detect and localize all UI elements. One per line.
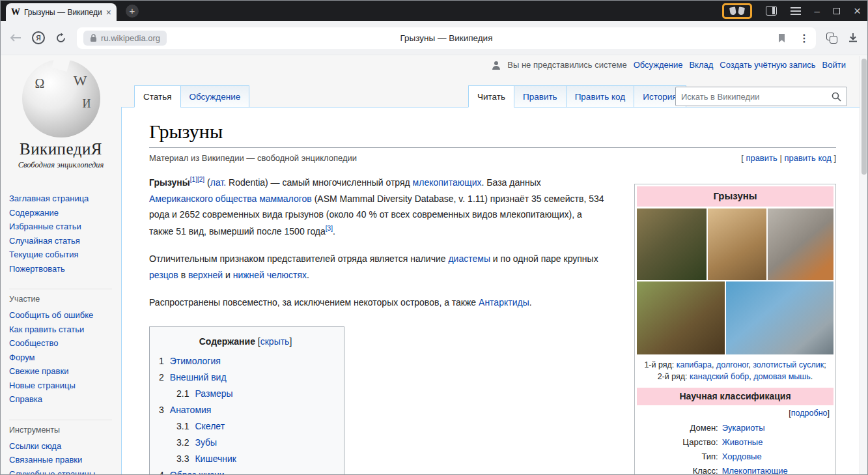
toc-link[interactable]: Размеры — [195, 388, 232, 399]
site-host-chip[interactable]: ru.wikipedia.org — [83, 31, 167, 46]
shared-tabs-icon[interactable] — [826, 33, 837, 44]
sidebar-item-forum[interactable]: Форум — [9, 351, 112, 365]
tab-edit[interactable]: Править — [514, 85, 567, 108]
new-tab-button[interactable]: + — [126, 5, 139, 18]
personal-link-talk[interactable]: Обсуждение — [634, 60, 683, 70]
tab-discussion[interactable]: Обсуждение — [180, 85, 250, 108]
sidebar-participation: Участие Сообщить об ошибке Как править с… — [9, 289, 112, 407]
close-button[interactable]: × — [854, 5, 861, 17]
toc-item: 1Этимология — [159, 353, 332, 369]
wikipedia-logo[interactable]: Ω W И — [22, 59, 100, 137]
download-icon[interactable] — [848, 33, 858, 43]
tab-title: Грызуны — Википедия — [24, 8, 102, 17]
page-title: Грызуны — [149, 121, 836, 148]
sidebar-nav: Заглавная страница Содержание Избранные … — [9, 192, 121, 276]
house-mouse-image[interactable] — [726, 281, 833, 354]
classification-details-link[interactable]: [подробно] — [637, 405, 833, 420]
taxo-label: Домен: — [680, 421, 720, 435]
personal-link-contributions[interactable]: Вклад — [689, 60, 713, 70]
section-edit-links[interactable]: [ править | править код ] — [741, 153, 836, 163]
back-icon[interactable] — [10, 33, 21, 42]
highlight-box — [722, 3, 752, 19]
springhare-image[interactable] — [708, 209, 766, 280]
sidebar-item-contents[interactable]: Содержание — [9, 206, 121, 220]
sidebar-item-donate[interactable]: Пожертвовать — [9, 262, 121, 276]
side-panel-icon[interactable] — [766, 6, 777, 16]
taxobox-image-collage — [637, 209, 833, 354]
personal-link-create-account[interactable]: Создать учётную запись — [720, 60, 815, 70]
taxo-value[interactable]: Хордовые — [722, 452, 762, 461]
maximize-button[interactable] — [833, 8, 840, 14]
sidebar-item-help[interactable]: Справка — [9, 392, 112, 407]
tab-article[interactable]: Статья — [134, 85, 181, 108]
toc-link[interactable]: Кишечник — [195, 453, 236, 464]
hamburger-menu-icon[interactable] — [791, 7, 801, 15]
toc-link[interactable]: Этимология — [170, 356, 221, 366]
toc-item: 4Образ жизни — [159, 467, 332, 474]
sidebar-item-what-links-here[interactable]: Ссылки сюда — [9, 439, 112, 453]
maximize-icon — [833, 8, 840, 14]
sidebar-item-current-events[interactable]: Текущие события — [9, 248, 121, 262]
scrollbar-thumb[interactable] — [861, 59, 867, 175]
toc-link[interactable]: Зубы — [195, 437, 217, 448]
tab-close-icon[interactable]: × — [106, 7, 111, 18]
sidebar-item-main-page[interactable]: Заглавная страница — [9, 192, 121, 206]
table-row: Тип: Хордовые — [680, 450, 789, 464]
taxo-value[interactable]: Млекопитающие — [722, 466, 788, 474]
yandex-home-icon[interactable]: Я — [32, 31, 45, 44]
golden-ground-squirrel-image[interactable] — [768, 209, 833, 280]
sidebar-item-community[interactable]: Сообщество — [9, 336, 112, 351]
classification-header: Научная классификация — [637, 388, 833, 405]
browser-toolbar: Я ru.wikipedia.org Грызуны — Википедия ⋮ — [1, 21, 867, 55]
wikipedia-wordmark[interactable]: ВикипедиЯ — [1, 140, 121, 158]
toc-item: 3.3Кишечник — [176, 451, 332, 467]
search-input[interactable] — [681, 92, 832, 102]
capybara-image[interactable] — [637, 209, 707, 280]
wikipedia-favicon: W — [11, 7, 20, 18]
address-bar[interactable]: ru.wikipedia.org Грызуны — Википедия ⋮ — [77, 27, 816, 49]
sidebar-item-how-to-edit[interactable]: Как править статьи — [9, 323, 112, 337]
toc-link[interactable]: Скелет — [195, 421, 225, 431]
sidebar-item-new-pages[interactable]: Новые страницы — [9, 379, 112, 393]
minimize-button[interactable]: – — [815, 6, 820, 16]
browser-tab[interactable]: W Грызуны — Википедия × — [6, 3, 117, 21]
view-tabs: Читать Править Править код История — [468, 85, 686, 108]
page-scrollbar[interactable] — [860, 56, 867, 474]
toc-link[interactable]: Анатомия — [170, 405, 212, 415]
tab-read[interactable]: Читать — [468, 85, 514, 108]
toc-link[interactable]: Образ жизни — [170, 470, 225, 474]
collections-icon[interactable] — [730, 7, 744, 15]
bookmark-icon[interactable] — [777, 33, 786, 43]
portal-title: Участие — [9, 295, 112, 304]
sidebar-item-report-error[interactable]: Сообщить об ошибке — [9, 308, 112, 323]
toc-hide-link[interactable]: [скрыть] — [258, 336, 292, 347]
tab-edit-source[interactable]: Править код — [566, 85, 635, 108]
wikipedia-tagline: Свободная энциклопедия — [1, 160, 121, 170]
login-status: Вы не представились системе — [507, 60, 626, 70]
logo-letter: Ω — [35, 76, 45, 91]
wiki-search-box[interactable] — [675, 87, 847, 106]
search-icon[interactable] — [832, 92, 841, 102]
more-actions-icon[interactable]: ⋮ — [799, 32, 809, 44]
sidebar-item-recent-changes[interactable]: Свежие правки — [9, 364, 112, 379]
taxo-value[interactable]: Животные — [722, 437, 763, 447]
personal-link-login[interactable]: Войти — [822, 60, 846, 70]
toc-link[interactable]: Внешний вид — [170, 372, 227, 382]
sidebar-item-special-pages[interactable]: Служебные страницы — [9, 467, 112, 475]
reload-icon[interactable] — [55, 33, 66, 44]
table-of-contents: Содержание [скрыть] 1Этимология 2Внешний… — [149, 326, 344, 474]
url-host: ru.wikipedia.org — [101, 33, 160, 43]
beaver-image[interactable] — [637, 281, 725, 354]
taxobox-caption: 1-й ряд: капибара, долгоног, золотистый … — [641, 359, 830, 384]
taxobox-title: Грызуны — [637, 186, 833, 207]
sidebar-item-related-changes[interactable]: Связанные правки — [9, 453, 112, 467]
sidebar-item-random[interactable]: Случайная статья — [9, 234, 121, 248]
taxo-label: Класс: — [680, 464, 720, 474]
sidebar-item-featured[interactable]: Избранные статьи — [9, 220, 121, 234]
table-row: Класс: Млекопитающие — [680, 464, 789, 474]
browser-window: W Грызуны — Википедия × + – × Я ru.w — [0, 0, 868, 475]
classification-table: Домен: Эукариоты Царство: Животные Тип: … — [680, 421, 789, 474]
taxo-value[interactable]: Эукариоты — [722, 423, 765, 433]
caption-row-2: 2-й ряд: канадский бобр, домовая мышь. — [641, 371, 830, 383]
wikipedia-page: Ω W И ВикипедиЯ Свободная энциклопедия З… — [1, 56, 867, 474]
